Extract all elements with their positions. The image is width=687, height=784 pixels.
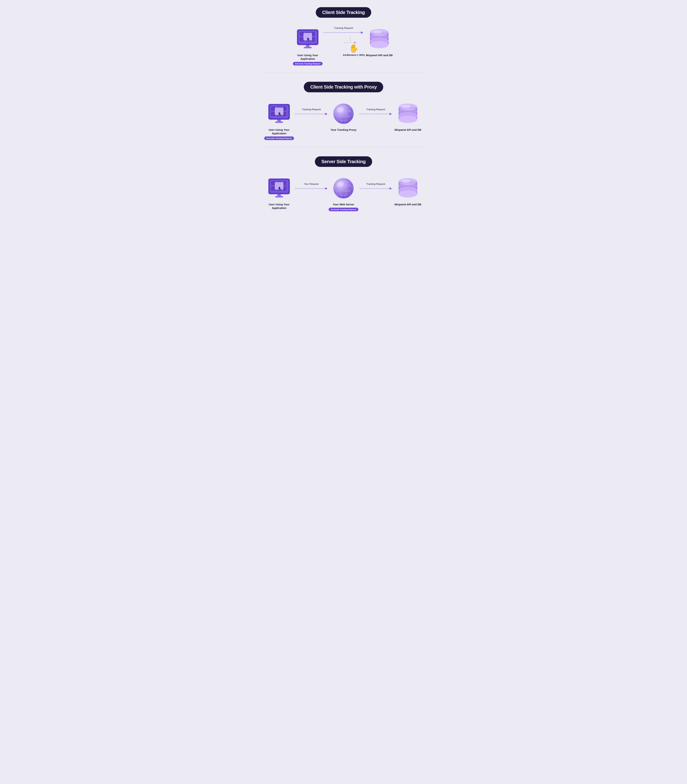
main-line [324,32,361,33]
svg-rect-54 [283,186,286,191]
dashed-arrow-3b [360,187,392,190]
node-label-user-1: User Using Your Application [292,54,324,61]
svg-point-44 [399,116,417,123]
node-web-server: Your Web Server Generate Tracking Reques… [327,176,360,211]
svg-rect-7 [312,37,315,41]
node-user-app-1: User Using Your Application Generate Tra… [292,27,324,66]
fork-line [344,43,354,43]
section-title-3: Server Side Tracking [315,156,372,167]
node-label-proxy: Your Tracking Proxy [330,128,357,131]
fork-arrowhead [354,41,357,44]
svg-rect-4 [312,32,315,36]
adblocker-fork: ✋ Ad-Blockers (~30%) [324,36,363,57]
adblocker-node: ✋ Ad-Blockers (~30%) [335,45,365,57]
connector-label-tracking: Tracking Request [334,27,353,30]
monitor-icon-2 [266,101,293,126]
dashed-line-3b [360,188,390,189]
section-title-2: Client Side Tracking with Proxy [304,82,383,92]
svg-rect-10 [306,45,309,47]
connector-3b: Tracking Request [360,176,392,190]
hand-icon: ✋ [349,44,359,53]
svg-point-16 [370,41,389,48]
arrow-head-3b [390,187,392,190]
svg-rect-23 [283,107,286,111]
node-label-mixpanel-2: Mixpanel API and DB [394,128,421,131]
node-label-webserver: Your Web Server [333,203,354,206]
db-icon-2 [394,101,421,126]
diagram-row-2: User Using Your Application Generate Tra… [263,101,424,140]
node-user-app-3: User Using Your Application [263,176,295,210]
dashed-arrow-2b [360,112,392,116]
node-label-user-2: User Using Your Application [263,128,295,135]
node-mixpanel-1: Mixpanel API and DB [363,27,395,57]
adblocker-label: Ad-Blockers (~30%) [343,54,365,57]
node-badge-webserver: Generate Tracking Request [329,208,358,211]
connector-2b: Tracking Request [360,101,392,116]
connector-label-3b: Tracking Request [366,182,385,185]
svg-point-18 [373,30,382,34]
svg-rect-11 [304,47,312,48]
main-arrow [324,31,363,35]
db-icon-1 [366,27,393,52]
section-client-side: Client Side Tracking [263,7,424,73]
fork-arrow [344,41,357,44]
section-title-wrap-2: Client Side Tracking with Proxy [263,82,424,92]
node-user-app-2: User Using Your Application Generate Tra… [263,101,295,140]
svg-point-72 [399,190,417,197]
section-server-side: Server Side Tracking [263,156,424,219]
node-label-mixpanel-3: Mixpanel API and DB [394,203,421,206]
svg-rect-57 [277,194,281,196]
connector-3a: Your Request [295,176,327,190]
node-badge-user-1: Generate Tracking Request [293,62,322,66]
arrow-head-2a [325,113,327,115]
node-mixpanel-2: Mixpanel API and DB [392,101,424,131]
monitor-icon-3 [266,176,293,201]
dashed-arrow-2a [295,112,327,116]
section-client-side-proxy: Client Side Tracking with Proxy [263,82,424,147]
diagram-row-3: User Using Your Application Your Request [263,176,424,211]
connector-2a: Tracking Request [295,101,327,116]
section-title-1: Client Side Tracking [316,7,371,18]
svg-point-74 [401,179,411,183]
globe-icon-server [330,176,357,201]
section-title-wrap-3: Server Side Tracking [263,156,424,167]
arrow-head-3a [325,187,327,190]
page-container: Client Side Tracking [263,7,424,219]
svg-rect-58 [275,196,283,197]
diagram-row-1: User Using Your Application Generate Tra… [263,27,424,66]
node-badge-user-2: Generate Tracking Request [264,136,294,140]
section-title-wrap-1: Client Side Tracking [263,7,424,18]
connector-adblocker: Tracking Request [324,27,363,57]
globe-icon-proxy [330,101,357,126]
svg-rect-51 [283,181,286,185]
monitor-icon-1 [294,27,321,52]
svg-rect-29 [277,120,281,122]
node-label-mixpanel-1: Mixpanel API and DB [366,54,393,57]
node-proxy: Your Tracking Proxy [327,101,360,131]
svg-point-46 [401,105,411,108]
node-mixpanel-3: Mixpanel API and DB [392,176,424,206]
dashed-line-2a [295,114,325,114]
fork-col: ✋ Ad-Blockers (~30%) [335,36,365,57]
db-icon-3 [394,176,421,201]
dashed-line-3a [295,188,325,189]
dashed-line-2b [360,114,390,114]
connector-label-2a: Tracking Request [302,108,320,111]
arrow-head-2b [390,113,392,115]
connector-label-3a: Your Request [304,182,319,185]
node-label-user-3: User Using Your Application [263,203,295,210]
svg-rect-26 [283,112,286,116]
connector-label-2b: Tracking Request [366,108,385,111]
main-arrowhead [361,31,363,34]
svg-rect-30 [275,122,283,123]
dashed-arrow-3a [295,187,327,190]
fork-vertical [350,36,350,41]
